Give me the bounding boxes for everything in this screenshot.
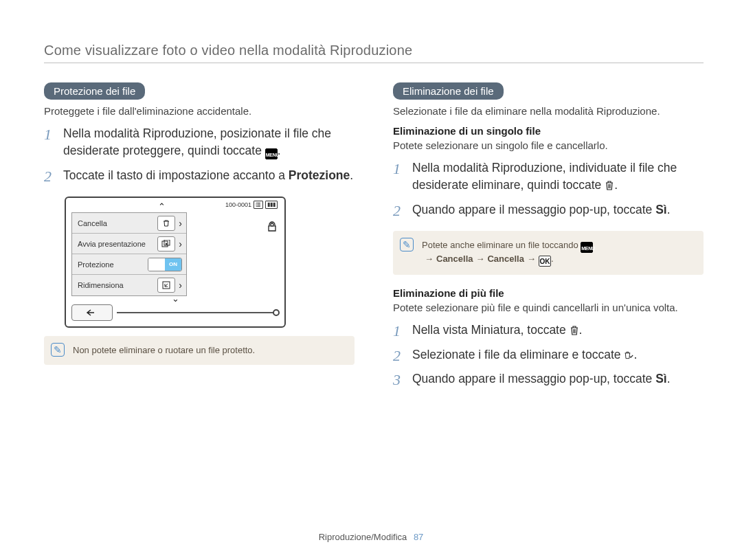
arrow-right-icon: → [475,254,484,264]
step-2: Toccate il tasto di impostazione accanto… [44,167,355,184]
menu-icon: MENU [581,242,593,253]
figure-bottom-bar [71,304,279,321]
svg-rect-1 [164,240,170,245]
chevron-right-icon: › [179,218,182,229]
desc-single: Potete selezionare un singolo file e can… [393,139,704,151]
footer-section: Riproduzione/Modifica [319,532,407,542]
step-2: Selezionate i file da eliminare e toccat… [393,346,704,363]
battery-icon: ▮▮▮ [265,201,278,209]
note-delete-alt: ✎ Potete anche eliminare un file toccand… [393,231,704,275]
figure-status-icons: 100-0001 ▥ ▮▮▮ [225,201,278,209]
intro-text: Proteggete i file dall'eliminazione acci… [44,105,355,117]
chevron-right-icon: › [179,280,182,291]
trash-check-icon [624,350,633,361]
section-pill-delete: Eliminazione dei file [393,82,504,100]
figure-body: Cancella › Avvia presentazione [71,212,279,296]
slideshow-icon [157,236,175,251]
menu-list: Cancella › Avvia presentazione [71,212,187,296]
page-footer: Riproduzione/Modifica 87 [0,532,742,542]
menu-row-protezione[interactable]: Protezione ON [72,254,186,275]
note-protect: ✎ Non potete eliminare o ruotare un file… [44,336,355,365]
left-column: Protezione dei file Proteggete i file da… [44,82,355,400]
chevron-right-icon: › [179,238,182,249]
two-column-layout: Protezione dei file Proteggete i file da… [44,82,704,400]
manual-page: Come visualizzare foto o video nella mod… [0,0,742,400]
steps-delete-single: Nella modalità Riproduzione, individuate… [393,159,704,219]
subhead-multi: Eliminazione di più file [393,287,704,299]
trash-icon [157,216,175,231]
step-1: Nella modalità Riproduzione, individuate… [393,159,704,194]
step-1: Nella modalità Riproduzione, posizionate… [44,125,355,160]
steps-delete-multi: Nella vista Miniatura, toccate . Selezio… [393,322,704,388]
step-1: Nella vista Miniatura, toccate . [393,322,704,339]
slider-handle[interactable] [273,309,280,316]
ok-icon: OK [539,256,551,267]
step-2: Quando appare il messaggio pop-up, tocca… [393,201,704,219]
trash-icon [605,180,614,191]
menu-label: Protezione [78,260,114,269]
menu-icon: MENU [265,148,278,159]
page-number: 87 [414,532,423,542]
info-icon: ✎ [51,343,65,357]
chevron-up-icon: ⌃ [158,202,166,211]
intro-text: Selezionate i file da eliminare nella mo… [393,105,704,117]
slider-track[interactable] [117,312,276,313]
trash-icon [570,325,579,336]
steps-protect: Nella modalità Riproduzione, posizionate… [44,125,355,184]
toggle-on[interactable]: ON [148,258,182,271]
info-icon: ✎ [400,238,414,251]
subhead-single: Eliminazione di un singolo file [393,125,704,137]
desc-multi: Potete selezionare più file e quindi can… [393,302,704,313]
menu-row-cancella[interactable]: Cancella › [72,213,186,234]
camera-screen-figure: ⌃ 100-0001 ▥ ▮▮▮ Cancella [65,197,286,328]
menu-row-avvia[interactable]: Avvia presentazione › [72,234,186,254]
section-pill-protect: Protezione dei file [44,82,145,100]
arrow-right-icon: → [527,254,536,264]
right-column: Eliminazione dei file Selezionate i file… [393,82,704,400]
menu-label: Ridimensiona [78,281,124,289]
menu-label: Cancella [78,219,107,227]
memory-icon: ▥ [254,201,263,209]
back-button[interactable] [71,304,113,321]
chevron-down-icon: ⌄ [71,296,279,303]
menu-row-ridimensiona[interactable]: Ridimensiona › [72,275,186,295]
step-3: Quando appare il messaggio pop-up, tocca… [393,370,704,388]
menu-label: Avvia presentazione [78,240,146,248]
arrow-right-icon: → [425,254,434,264]
page-title: Come visualizzare foto o video nella mod… [44,43,704,63]
preview-area [191,212,279,296]
resize-icon [157,278,175,293]
figure-counter: 100-0001 [225,201,251,208]
